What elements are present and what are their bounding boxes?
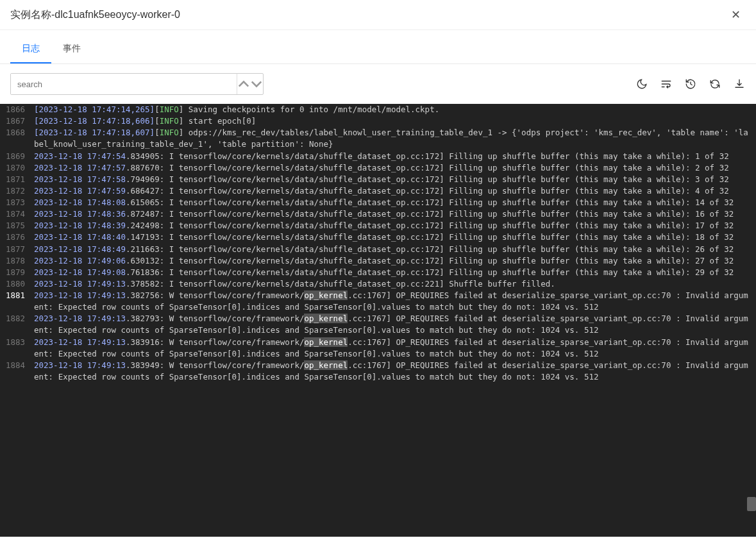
- search-nav: [237, 74, 263, 94]
- dialog-header: 实例名称-dlc1uafnk5eeoycy-worker-0 ✕: [0, 0, 756, 30]
- log-text: 2023-12-18 17:47:57.887670: I tensorflow…: [34, 162, 751, 174]
- log-text: 2023-12-18 17:49:13.382793: W tensorflow…: [34, 313, 751, 336]
- log-text: 2023-12-18 17:48:49.211663: I tensorflow…: [34, 244, 751, 255]
- search-box: [10, 73, 264, 95]
- log-line[interactable]: 18742023-12-18 17:48:36.872487: I tensor…: [0, 208, 756, 220]
- line-number: 1881: [5, 290, 34, 313]
- search-next-icon[interactable]: [250, 74, 263, 94]
- log-line[interactable]: 18802023-12-18 17:49:13.378582: I tensor…: [0, 278, 756, 290]
- line-number: 1878: [5, 255, 34, 267]
- log-line[interactable]: 18822023-12-18 17:49:13.382793: W tensor…: [0, 313, 756, 336]
- tab-0[interactable]: 日志: [10, 35, 51, 63]
- toolbar-actions: [635, 78, 746, 90]
- log-text: 2023-12-18 17:47:59.686427: I tensorflow…: [34, 185, 751, 197]
- refresh-icon[interactable]: [709, 78, 721, 90]
- close-icon[interactable]: ✕: [726, 8, 746, 22]
- scrollbar-thumb[interactable]: [747, 497, 756, 511]
- line-number: 1873: [5, 197, 34, 208]
- line-number: 1869: [5, 151, 34, 162]
- line-number: 1882: [5, 313, 34, 336]
- download-icon[interactable]: [733, 78, 746, 90]
- log-line[interactable]: 18762023-12-18 17:48:40.147193: I tensor…: [0, 231, 756, 243]
- log-line[interactable]: 1866[2023-12-18 17:47:14,265][INFO] Savi…: [0, 104, 756, 115]
- line-number: 1877: [5, 244, 34, 255]
- log-text: 2023-12-18 17:48:36.872487: I tensorflow…: [34, 208, 751, 220]
- log-text: [2023-12-18 17:47:14,265][INFO] Saving c…: [34, 104, 751, 115]
- log-line[interactable]: 18722023-12-18 17:47:59.686427: I tensor…: [0, 185, 756, 197]
- log-text: 2023-12-18 17:47:58.794969: I tensorflow…: [34, 174, 751, 185]
- log-line[interactable]: 18732023-12-18 17:48:08.615065: I tensor…: [0, 197, 756, 208]
- log-text: 2023-12-18 17:48:39.242498: I tensorflow…: [34, 220, 751, 231]
- log-text: 2023-12-18 17:48:08.615065: I tensorflow…: [34, 197, 751, 208]
- line-number: 1866: [5, 104, 34, 115]
- line-number: 1867: [5, 115, 34, 127]
- line-number: 1876: [5, 231, 34, 243]
- refresh-history-icon[interactable]: [684, 78, 697, 90]
- search-prev-icon[interactable]: [237, 74, 250, 94]
- tab-1[interactable]: 事件: [51, 35, 92, 63]
- log-line[interactable]: 1868[2023-12-18 17:47:18,607][INFO] odps…: [0, 127, 756, 150]
- log-text: 2023-12-18 17:48:40.147193: I tensorflow…: [34, 231, 751, 243]
- log-line[interactable]: 18752023-12-18 17:48:39.242498: I tensor…: [0, 220, 756, 231]
- line-number: 1871: [5, 174, 34, 185]
- search-input[interactable]: [11, 74, 237, 94]
- tabs: 日志事件: [0, 35, 756, 64]
- log-line[interactable]: 18832023-12-18 17:49:13.383916: W tensor…: [0, 337, 756, 360]
- line-number: 1875: [5, 220, 34, 231]
- log-line[interactable]: 18812023-12-18 17:49:13.382756: W tensor…: [0, 290, 756, 313]
- log-line[interactable]: 18792023-12-18 17:49:08.761836: I tensor…: [0, 267, 756, 278]
- line-number: 1883: [5, 337, 34, 360]
- log-line[interactable]: 18782023-12-18 17:49:06.630132: I tensor…: [0, 255, 756, 267]
- line-number: 1872: [5, 185, 34, 197]
- line-number: 1879: [5, 267, 34, 278]
- line-number: 1870: [5, 162, 34, 174]
- log-text: 2023-12-18 17:49:13.383949: W tensorflow…: [34, 360, 751, 383]
- line-number: 1874: [5, 208, 34, 220]
- line-number: 1884: [5, 360, 34, 383]
- log-line[interactable]: 1867[2023-12-18 17:47:18,606][INFO] star…: [0, 115, 756, 127]
- log-line[interactable]: 18702023-12-18 17:47:57.887670: I tensor…: [0, 162, 756, 174]
- log-text: 2023-12-18 17:49:13.378582: I tensorflow…: [34, 278, 751, 290]
- line-number: 1880: [5, 278, 34, 290]
- log-text: [2023-12-18 17:47:18,606][INFO] start ep…: [34, 115, 751, 127]
- log-line[interactable]: 18712023-12-18 17:47:58.794969: I tensor…: [0, 174, 756, 185]
- wrap-lines-icon[interactable]: [660, 78, 673, 90]
- toolbar: [0, 64, 756, 104]
- log-viewer[interactable]: 1866[2023-12-18 17:47:14,265][INFO] Savi…: [0, 104, 756, 537]
- log-line[interactable]: 18772023-12-18 17:48:49.211663: I tensor…: [0, 244, 756, 255]
- dialog-title: 实例名称-dlc1uafnk5eeoycy-worker-0: [10, 8, 180, 22]
- log-text: 2023-12-18 17:49:13.382756: W tensorflow…: [34, 290, 751, 313]
- log-line[interactable]: 18692023-12-18 17:47:54.834905: I tensor…: [0, 151, 756, 162]
- log-text: 2023-12-18 17:49:08.761836: I tensorflow…: [34, 267, 751, 278]
- log-text: 2023-12-18 17:47:54.834905: I tensorflow…: [34, 151, 751, 162]
- log-text: [2023-12-18 17:47:18,607][INFO] odps://k…: [34, 127, 751, 150]
- log-text: 2023-12-18 17:49:06.630132: I tensorflow…: [34, 255, 751, 267]
- log-line[interactable]: 18842023-12-18 17:49:13.383949: W tensor…: [0, 360, 756, 383]
- line-number: 1868: [5, 127, 34, 150]
- log-text: 2023-12-18 17:49:13.383916: W tensorflow…: [34, 337, 751, 360]
- moon-icon[interactable]: [635, 78, 648, 90]
